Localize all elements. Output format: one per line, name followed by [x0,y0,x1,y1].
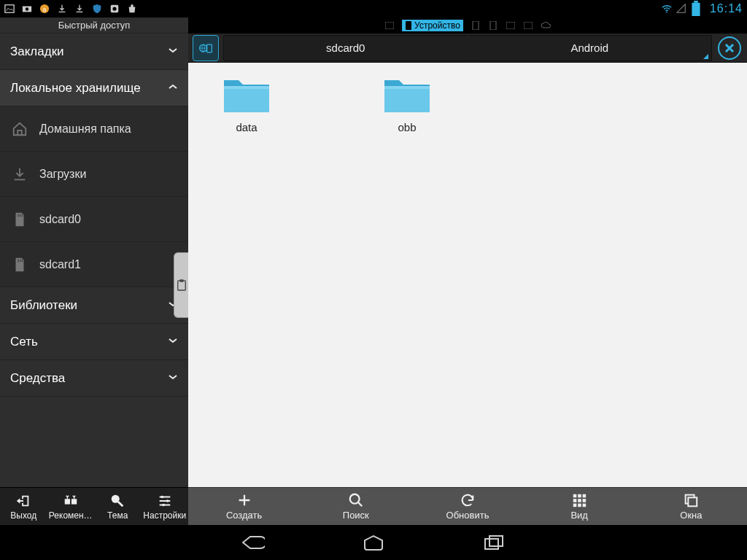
folder-item[interactable]: data [210,74,283,133]
sidebar-section-local-storage[interactable]: Локальное хранилище [0,70,188,106]
svg-rect-33 [224,86,269,89]
folder-item[interactable]: obb [371,74,444,133]
svg-rect-14 [20,259,20,262]
button-label: Создать [226,510,262,521]
battery-icon [691,4,701,14]
sidebar-bottom-toolbar: Выход Рекомен… Тема Настройки [0,487,188,525]
svg-rect-35 [384,86,430,89]
svg-rect-32 [224,86,269,112]
tab-cloud-icon[interactable] [541,22,551,29]
sidebar-item-downloads[interactable]: Загрузки [0,152,188,197]
svg-rect-22 [385,22,394,29]
signal-icon [676,4,686,14]
tab-slot-icon[interactable] [506,22,516,29]
tabs-row: Устройство [188,18,747,34]
back-icon [240,534,265,551]
sidebar-section-bookmarks[interactable]: Закладки [0,34,188,70]
shield-icon [92,4,102,14]
sidebar-title: Быстрый доступ [0,18,188,34]
folder-label: data [236,121,257,133]
nav-home-button[interactable] [360,532,387,553]
clipboard-icon [177,279,187,291]
svg-rect-10 [18,214,18,217]
tab-slot-icon[interactable] [471,22,481,29]
app-icon [109,4,120,14]
recommend-button[interactable]: Рекомен… [47,488,95,525]
svg-rect-8 [692,3,700,16]
button-label: Настройки [143,510,186,521]
tab-slot-icon[interactable] [523,22,533,29]
button-label: Окна [680,510,702,521]
svg-rect-31 [179,279,183,282]
recent-icon [484,534,506,551]
tab-slot-icon[interactable] [384,22,395,29]
svg-point-20 [166,499,169,502]
svg-rect-24 [473,21,479,30]
breadcrumb-parent[interactable]: sdcard0 [224,36,468,61]
folder-icon [382,74,433,115]
android-navbar [0,525,747,560]
download-icon [12,166,28,182]
section-label: Средства [10,371,65,386]
chevron-up-icon [168,81,178,96]
svg-rect-16 [65,499,70,504]
status-right-icons: 16:14 [662,2,743,15]
svg-rect-47 [689,497,697,506]
nav-back-button[interactable] [239,532,266,553]
clock: 16:14 [710,2,743,15]
create-button[interactable]: Создать [188,488,300,525]
svg-rect-23 [406,21,411,30]
view-button[interactable]: Вид [524,488,635,525]
theme-button[interactable]: Тема [94,488,142,525]
refresh-icon [460,492,476,508]
svg-text:a: a [43,6,47,13]
svg-rect-13 [18,259,18,262]
svg-rect-9 [694,1,698,3]
chevron-down-icon [168,371,178,386]
tab-active-device[interactable]: Устройство [402,20,463,31]
download-icon [74,4,85,14]
app-a-icon: a [39,4,50,14]
settings-button[interactable]: Настройки [142,488,189,525]
sidebar-section-tools[interactable]: Средства [0,360,188,397]
sdcard-icon [12,211,28,228]
grid-icon [571,492,587,508]
home-icon [362,534,385,551]
camera-icon [22,4,32,14]
refresh-button[interactable]: Обновить [411,488,523,525]
image-icon [4,4,15,14]
main-panel: Устройство sdcard0 Android [188,18,747,525]
sidebar-item-home[interactable]: Домашняя папка [0,106,188,152]
svg-point-2 [26,7,28,10]
section-label: Библиотеки [10,298,77,313]
section-label: Сеть [10,335,38,349]
plus-icon [236,492,252,508]
svg-rect-49 [489,536,503,546]
device-root-button[interactable] [193,35,219,61]
globe-device-icon [198,41,213,55]
sidebar-item-label: sdcard0 [39,213,81,226]
sidebar-section-libraries[interactable]: Библиотеки [0,287,188,324]
svg-rect-29 [207,44,212,52]
svg-rect-25 [490,21,496,30]
sidebar-item-sdcard0[interactable]: sdcard0 [0,197,188,242]
breadcrumb-current[interactable]: Android [468,36,712,61]
close-icon [724,43,735,53]
button-label: Тема [107,510,128,521]
file-grid[interactable]: data obb [188,63,747,487]
svg-rect-27 [524,22,533,29]
breadcrumb-label: sdcard0 [326,42,365,54]
exit-button[interactable]: Выход [0,488,47,525]
search-button[interactable]: Поиск [300,488,411,525]
close-tab-button[interactable] [718,36,741,60]
clipboard-handle[interactable] [174,252,188,318]
sidebar-section-network[interactable]: Сеть [0,324,188,360]
sidebar-item-sdcard1[interactable]: sdcard1 [0,242,188,287]
nav-recent-button[interactable] [481,532,508,553]
svg-rect-41 [578,499,581,502]
breadcrumb-label: Android [570,42,608,54]
windows-button[interactable]: Окна [635,488,747,525]
svg-rect-26 [506,22,515,29]
tab-slot-icon[interactable] [488,22,498,29]
svg-point-21 [162,503,165,506]
